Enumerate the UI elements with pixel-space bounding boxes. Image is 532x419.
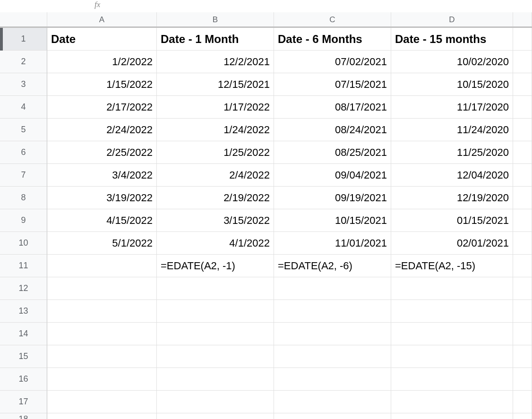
cell-a12[interactable] — [47, 277, 157, 300]
cell-d15[interactable] — [391, 345, 513, 368]
cell-e2[interactable] — [513, 51, 532, 73]
cell-c12[interactable] — [274, 277, 391, 300]
cell-d11[interactable]: =EDATE(A2, -15) — [391, 255, 513, 277]
cell-a14[interactable] — [47, 323, 157, 345]
cell-a13[interactable] — [47, 300, 157, 323]
row-header-5[interactable]: 5 — [0, 119, 47, 141]
cell-a18[interactable] — [47, 413, 157, 419]
cell-c5[interactable]: 08/24/2021 — [274, 119, 391, 141]
cell-a9[interactable]: 4/15/2022 — [47, 209, 157, 232]
cell-b1[interactable]: Date - 1 Month — [157, 28, 274, 51]
cell-e12[interactable] — [513, 277, 532, 300]
cell-c3[interactable]: 07/15/2021 — [274, 73, 391, 96]
cell-c10[interactable]: 11/01/2021 — [274, 232, 391, 255]
cell-d7[interactable]: 12/04/2020 — [391, 164, 513, 187]
cell-e4[interactable] — [513, 96, 532, 119]
cell-d10[interactable]: 02/01/2021 — [391, 232, 513, 255]
column-header-c[interactable]: C — [274, 12, 391, 27]
cell-b10[interactable]: 4/1/2022 — [157, 232, 274, 255]
row-header-3[interactable]: 3 — [0, 73, 47, 96]
cell-d8[interactable]: 12/19/2020 — [391, 187, 513, 209]
cell-c13[interactable] — [274, 300, 391, 323]
cell-e8[interactable] — [513, 187, 532, 209]
cell-b9[interactable]: 3/15/2022 — [157, 209, 274, 232]
row-header-6[interactable]: 6 — [0, 141, 47, 164]
cell-a10[interactable]: 5/1/2022 — [47, 232, 157, 255]
cell-e16[interactable] — [513, 368, 532, 391]
row-header-16[interactable]: 16 — [0, 368, 47, 391]
cell-d9[interactable]: 01/15/2021 — [391, 209, 513, 232]
cell-c17[interactable] — [274, 391, 391, 413]
cell-b5[interactable]: 1/24/2022 — [157, 119, 274, 141]
row-header-14[interactable]: 14 — [0, 323, 47, 345]
column-header-d[interactable]: D — [391, 12, 513, 27]
cell-e11[interactable] — [513, 255, 532, 277]
cell-c6[interactable]: 08/25/2021 — [274, 141, 391, 164]
cell-b15[interactable] — [157, 345, 274, 368]
cell-b8[interactable]: 2/19/2022 — [157, 187, 274, 209]
row-header-4[interactable]: 4 — [0, 96, 47, 119]
cell-e6[interactable] — [513, 141, 532, 164]
cell-d1[interactable]: Date - 15 months — [391, 28, 513, 51]
cell-a16[interactable] — [47, 368, 157, 391]
column-header-e[interactable] — [513, 12, 532, 27]
row-header-1[interactable]: 1 — [0, 28, 47, 51]
cell-c7[interactable]: 09/04/2021 — [274, 164, 391, 187]
cell-b12[interactable] — [157, 277, 274, 300]
cell-b3[interactable]: 12/15/2021 — [157, 73, 274, 96]
cell-b4[interactable]: 1/17/2022 — [157, 96, 274, 119]
cell-e14[interactable] — [513, 323, 532, 345]
cell-a5[interactable]: 2/24/2022 — [47, 119, 157, 141]
cell-c4[interactable]: 08/17/2021 — [274, 96, 391, 119]
cell-c8[interactable]: 09/19/2021 — [274, 187, 391, 209]
cell-a4[interactable]: 2/17/2022 — [47, 96, 157, 119]
cell-d4[interactable]: 11/17/2020 — [391, 96, 513, 119]
cell-d2[interactable]: 10/02/2020 — [391, 51, 513, 73]
cell-e5[interactable] — [513, 119, 532, 141]
cell-a17[interactable] — [47, 391, 157, 413]
row-header-2[interactable]: 2 — [0, 51, 47, 73]
cell-d6[interactable]: 11/25/2020 — [391, 141, 513, 164]
cell-c18[interactable] — [274, 413, 391, 419]
cell-e9[interactable] — [513, 209, 532, 232]
cell-a6[interactable]: 2/25/2022 — [47, 141, 157, 164]
cell-d16[interactable] — [391, 368, 513, 391]
cell-a8[interactable]: 3/19/2022 — [47, 187, 157, 209]
cell-c14[interactable] — [274, 323, 391, 345]
cell-a3[interactable]: 1/15/2022 — [47, 73, 157, 96]
cell-a15[interactable] — [47, 345, 157, 368]
cell-e7[interactable] — [513, 164, 532, 187]
row-header-15[interactable]: 15 — [0, 345, 47, 368]
cell-a11[interactable] — [47, 255, 157, 277]
cell-e13[interactable] — [513, 300, 532, 323]
fx-label[interactable]: fx — [94, 0, 100, 9]
row-header-13[interactable]: 13 — [0, 300, 47, 323]
cell-c11[interactable]: =EDATE(A2, -6) — [274, 255, 391, 277]
row-header-7[interactable]: 7 — [0, 164, 47, 187]
cell-c16[interactable] — [274, 368, 391, 391]
cell-b6[interactable]: 1/25/2022 — [157, 141, 274, 164]
cell-a1[interactable]: Date — [47, 28, 157, 51]
cell-e1[interactable] — [513, 28, 532, 51]
cell-e10[interactable] — [513, 232, 532, 255]
cell-d5[interactable]: 11/24/2020 — [391, 119, 513, 141]
column-header-b[interactable]: B — [157, 12, 274, 27]
row-header-10[interactable]: 10 — [0, 232, 47, 255]
cell-b16[interactable] — [157, 368, 274, 391]
cell-b18[interactable] — [157, 413, 274, 419]
cell-d14[interactable] — [391, 323, 513, 345]
cell-d13[interactable] — [391, 300, 513, 323]
row-header-9[interactable]: 9 — [0, 209, 47, 232]
cell-e3[interactable] — [513, 73, 532, 96]
cell-d18[interactable] — [391, 413, 513, 419]
cell-e17[interactable] — [513, 391, 532, 413]
cell-e15[interactable] — [513, 345, 532, 368]
row-header-17[interactable]: 17 — [0, 391, 47, 413]
row-header-11[interactable]: 11 — [0, 255, 47, 277]
cell-a7[interactable]: 3/4/2022 — [47, 164, 157, 187]
cell-c15[interactable] — [274, 345, 391, 368]
select-all-corner[interactable] — [0, 12, 47, 27]
cell-b13[interactable] — [157, 300, 274, 323]
row-header-8[interactable]: 8 — [0, 187, 47, 209]
cell-c9[interactable]: 10/15/2021 — [274, 209, 391, 232]
